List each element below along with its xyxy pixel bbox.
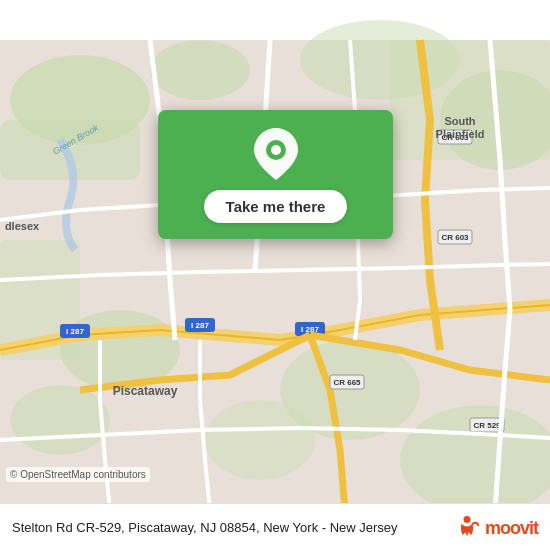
moovit-logo: moovit (453, 514, 538, 542)
address-text: Stelton Rd CR-529, Piscataway, NJ 08854,… (12, 519, 443, 537)
svg-point-35 (463, 516, 470, 523)
moovit-logo-icon (453, 514, 481, 542)
svg-text:CR 665: CR 665 (333, 378, 361, 387)
take-me-there-button[interactable]: Take me there (204, 190, 348, 223)
osm-attribution: © OpenStreetMap contributors (6, 467, 150, 482)
map-container: I 287 I 287 I 287 CR 603 CR 603 CR 665 C… (0, 0, 550, 550)
svg-point-34 (271, 145, 281, 155)
bottom-bar: Stelton Rd CR-529, Piscataway, NJ 08854,… (0, 503, 550, 550)
svg-text:Piscataway: Piscataway (113, 384, 178, 398)
location-pin-icon (254, 128, 298, 180)
svg-point-11 (205, 400, 315, 480)
svg-text:I 287: I 287 (191, 321, 209, 330)
svg-text:CR 603: CR 603 (441, 233, 469, 242)
moovit-wordmark: moovit (485, 518, 538, 539)
svg-text:CR 529: CR 529 (473, 421, 501, 430)
svg-text:South: South (444, 115, 475, 127)
svg-text:Plainfield: Plainfield (436, 128, 485, 140)
svg-point-2 (150, 40, 250, 100)
svg-text:I 287: I 287 (66, 327, 84, 336)
svg-text:dlesex: dlesex (5, 220, 40, 232)
svg-point-8 (10, 385, 110, 455)
popup-card: Take me there (158, 110, 393, 239)
